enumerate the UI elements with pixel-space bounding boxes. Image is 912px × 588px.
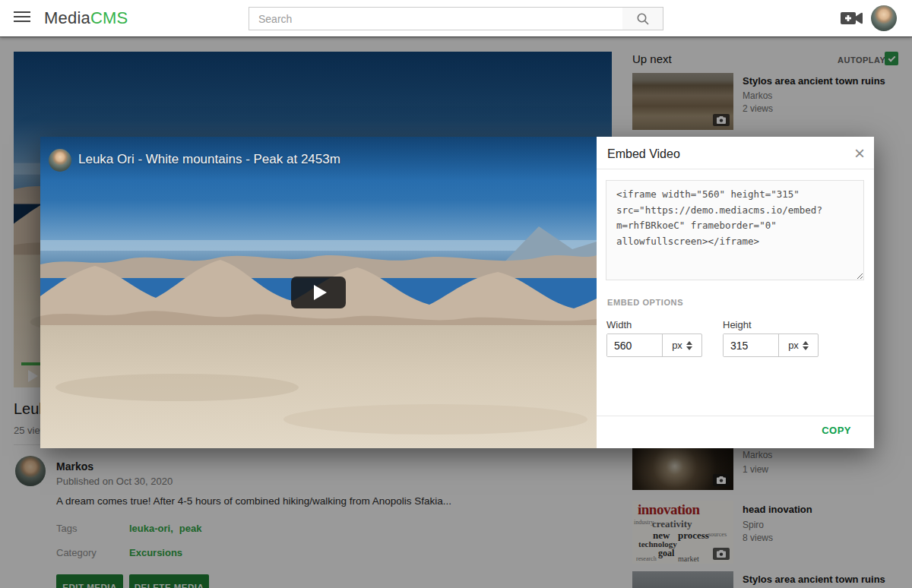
upload-media-icon[interactable]: [841, 10, 863, 27]
preview-play-button[interactable]: [291, 277, 346, 308]
embed-options-heading: EMBED OPTIONS: [607, 298, 683, 307]
search-input[interactable]: [249, 7, 623, 30]
height-unit-value: px: [788, 340, 799, 351]
divider: [597, 416, 874, 416]
dialog-title: Embed Video: [607, 147, 680, 161]
copy-button[interactable]: COPY: [822, 425, 851, 436]
width-control: px: [606, 334, 702, 357]
screen: Leuka Ori - White mountains - Peak at 24…: [0, 0, 912, 588]
search-icon: [636, 12, 650, 26]
spinner-arrows-icon: [686, 341, 692, 350]
embed-code-textarea[interactable]: <iframe width="560" height="315" src="ht…: [606, 180, 864, 280]
logo-media: Media: [44, 8, 90, 27]
play-icon: [314, 285, 327, 300]
width-unit-value: px: [672, 340, 682, 351]
user-avatar[interactable]: [871, 5, 897, 31]
app-header: MediaCMS: [0, 0, 912, 36]
width-input[interactable]: [607, 334, 663, 356]
height-unit-select[interactable]: px: [779, 334, 818, 356]
spinner-arrows-icon: [803, 341, 809, 350]
height-control: px: [723, 334, 819, 357]
embed-dialog: Embed Video × <iframe width="560" height…: [597, 137, 874, 448]
width-label: Width: [606, 319, 632, 330]
search-button[interactable]: [622, 7, 663, 30]
width-unit-select[interactable]: px: [663, 334, 701, 356]
preview-video-title[interactable]: Leuka Ori - White mountains - Peak at 24…: [78, 152, 340, 167]
embed-modal: Leuka Ori - White mountains - Peak at 24…: [40, 137, 874, 448]
divider: [597, 169, 874, 169]
preview-author-avatar[interactable]: [49, 149, 71, 172]
logo-cms: CMS: [90, 8, 128, 27]
height-input[interactable]: [724, 334, 779, 356]
close-icon[interactable]: ×: [854, 143, 865, 164]
logo[interactable]: MediaCMS: [44, 8, 128, 28]
menu-icon[interactable]: [14, 11, 30, 25]
height-label: Height: [723, 319, 752, 330]
embed-preview-player[interactable]: Leuka Ori - White mountains - Peak at 24…: [40, 137, 597, 448]
